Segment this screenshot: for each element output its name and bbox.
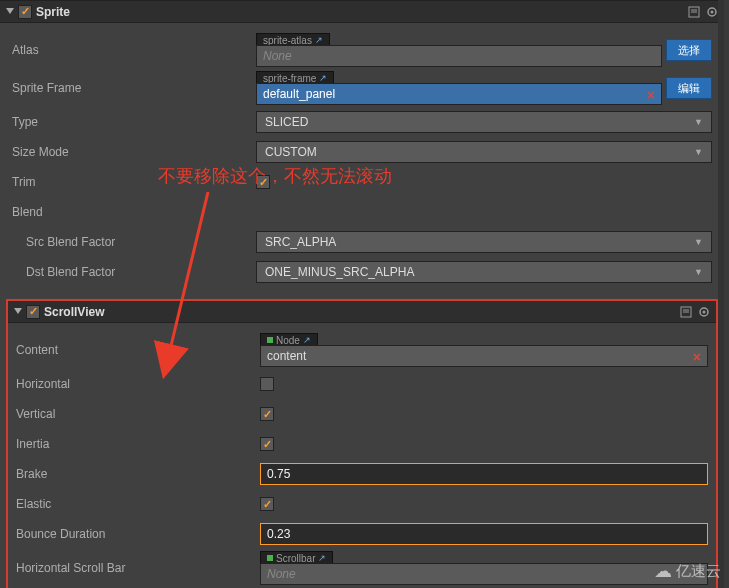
content-value[interactable]: content × <box>260 345 708 367</box>
gear-icon[interactable] <box>706 6 718 18</box>
svg-point-5 <box>711 10 714 13</box>
sprite-enable-checkbox[interactable] <box>18 5 32 19</box>
dst-blend-row: Dst Blend Factor ONE_MINUS_SRC_ALPHA <box>12 259 712 285</box>
inertia-label: Inertia <box>16 437 260 451</box>
blend-label: Blend <box>12 205 256 219</box>
scrollview-body: Content Node↗ content × Horizontal Vert <box>8 323 716 588</box>
scrollview-highlight-box: ScrollView Content Node↗ content × <box>6 299 718 588</box>
sizemode-select[interactable]: CUSTOM <box>256 141 712 163</box>
trim-checkbox[interactable] <box>256 175 270 189</box>
sprite-frame-row: Sprite Frame sprite-frame↗ default_panel… <box>12 71 712 105</box>
vertical-label: Vertical <box>16 407 260 421</box>
sprite-component: Sprite Atlas sprite-atlas↗ None 选择 Sprit… <box>0 0 724 295</box>
atlas-tag: sprite-atlas↗ <box>256 33 330 45</box>
scrollview-header[interactable]: ScrollView <box>8 301 716 323</box>
atlas-row: Atlas sprite-atlas↗ None 选择 <box>12 33 712 67</box>
scrollview-enable-checkbox[interactable] <box>26 305 40 319</box>
content-tag: Node↗ <box>260 333 318 345</box>
node-dot-icon <box>267 337 273 343</box>
content-label: Content <box>16 343 260 357</box>
content-row: Content Node↗ content × <box>16 333 708 367</box>
sizemode-label: Size Mode <box>12 145 256 159</box>
hscrollbar-slot[interactable]: Scrollbar↗ None <box>260 551 708 585</box>
scrollbar-track[interactable] <box>718 0 724 588</box>
dst-blend-label: Dst Blend Factor <box>12 265 256 279</box>
help-book-icon[interactable] <box>680 306 692 318</box>
brake-label: Brake <box>16 467 260 481</box>
dst-blend-select[interactable]: ONE_MINUS_SRC_ALPHA <box>256 261 712 283</box>
src-blend-row: Src Blend Factor SRC_ALPHA <box>12 229 712 255</box>
watermark: ☁ 亿速云 <box>654 560 721 582</box>
cloud-icon: ☁ <box>654 560 672 582</box>
sprite-frame-value[interactable]: default_panel × <box>256 83 662 105</box>
svg-marker-0 <box>6 8 14 14</box>
brake-input[interactable]: 0.75 <box>260 463 708 485</box>
sizemode-row: Size Mode CUSTOM <box>12 139 712 165</box>
hscrollbar-value[interactable]: None <box>260 563 708 585</box>
src-blend-select[interactable]: SRC_ALPHA <box>256 231 712 253</box>
blend-row: Blend <box>12 199 712 225</box>
sprite-frame-slot[interactable]: sprite-frame↗ default_panel × <box>256 71 662 105</box>
hscrollbar-tag: Scrollbar↗ <box>260 551 333 563</box>
bounce-input[interactable]: 0.23 <box>260 523 708 545</box>
type-row: Type SLICED <box>12 109 712 135</box>
trim-row: Trim <box>12 169 712 195</box>
horizontal-row: Horizontal <box>16 371 708 397</box>
sprite-title: Sprite <box>36 5 684 19</box>
inertia-row: Inertia <box>16 431 708 457</box>
sprite-body: Atlas sprite-atlas↗ None 选择 Sprite Frame… <box>0 23 724 295</box>
trim-label: Trim <box>12 175 256 189</box>
bounce-row: Bounce Duration 0.23 <box>16 521 708 547</box>
elastic-row: Elastic <box>16 491 708 517</box>
sprite-frame-edit-button[interactable]: 编辑 <box>666 77 712 99</box>
elastic-label: Elastic <box>16 497 260 511</box>
atlas-slot[interactable]: sprite-atlas↗ None <box>256 33 662 67</box>
help-book-icon[interactable] <box>688 6 700 18</box>
sprite-frame-label: Sprite Frame <box>12 81 256 95</box>
gear-icon[interactable] <box>698 306 710 318</box>
src-blend-label: Src Blend Factor <box>12 235 256 249</box>
clear-sprite-frame-icon[interactable]: × <box>647 87 655 103</box>
bounce-label: Bounce Duration <box>16 527 260 541</box>
node-dot-icon <box>267 555 273 561</box>
inertia-checkbox[interactable] <box>260 437 274 451</box>
vertical-row: Vertical <box>16 401 708 427</box>
atlas-label: Atlas <box>12 43 256 57</box>
svg-marker-6 <box>14 308 22 314</box>
sprite-header[interactable]: Sprite <box>0 1 724 23</box>
atlas-value[interactable]: None <box>256 45 662 67</box>
clear-content-icon[interactable]: × <box>693 349 701 365</box>
content-slot[interactable]: Node↗ content × <box>260 333 708 367</box>
disclosure-down-icon[interactable] <box>6 8 14 16</box>
sprite-frame-tag: sprite-frame↗ <box>256 71 334 83</box>
atlas-select-button[interactable]: 选择 <box>666 39 712 61</box>
horizontal-checkbox[interactable] <box>260 377 274 391</box>
svg-point-11 <box>703 310 706 313</box>
hscrollbar-label: Horizontal Scroll Bar <box>16 561 260 575</box>
scrollview-title: ScrollView <box>44 305 676 319</box>
vertical-checkbox[interactable] <box>260 407 274 421</box>
type-label: Type <box>12 115 256 129</box>
hscrollbar-row: Horizontal Scroll Bar Scrollbar↗ None <box>16 551 708 585</box>
elastic-checkbox[interactable] <box>260 497 274 511</box>
brake-row: Brake 0.75 <box>16 461 708 487</box>
inspector-panel: Sprite Atlas sprite-atlas↗ None 选择 Sprit… <box>0 0 724 588</box>
horizontal-label: Horizontal <box>16 377 260 391</box>
watermark-text: 亿速云 <box>676 562 721 581</box>
type-select[interactable]: SLICED <box>256 111 712 133</box>
disclosure-down-icon[interactable] <box>14 308 22 316</box>
